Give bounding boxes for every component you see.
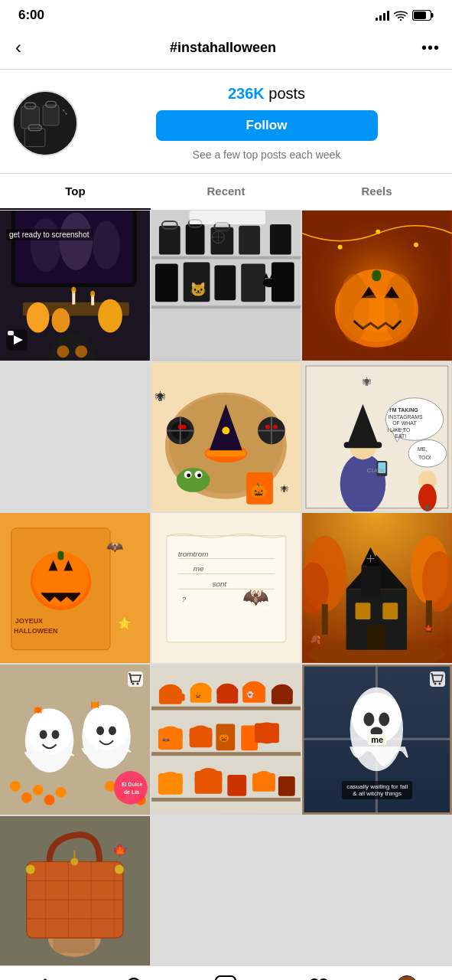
svg-point-245 xyxy=(434,683,437,685)
grid-item-8[interactable]: 🍂 🍁 xyxy=(302,513,452,663)
svg-point-241 xyxy=(364,713,375,727)
svg-text:tromtrom: tromtrom xyxy=(177,550,208,558)
nav-home[interactable] xyxy=(34,975,56,980)
svg-point-86 xyxy=(222,426,229,434)
shopping-cart-icon xyxy=(127,671,144,691)
svg-rect-229 xyxy=(194,771,222,794)
posts-count: 236K posts xyxy=(228,85,305,103)
grid-item-5[interactable]: I'M TAKING INSTAGRAMS OF WHAT I LIKE TO … xyxy=(302,362,452,512)
svg-point-98 xyxy=(176,468,210,492)
nav-activity[interactable] xyxy=(306,975,327,980)
svg-text:🐱: 🐱 xyxy=(189,281,206,298)
svg-rect-58 xyxy=(214,266,236,301)
svg-point-192 xyxy=(92,702,98,708)
grid-item-1[interactable]: 🦇 🦇 xyxy=(0,211,150,361)
svg-text:🍁: 🍁 xyxy=(424,623,434,633)
svg-text:🕷: 🕷 xyxy=(155,390,166,402)
svg-rect-163 xyxy=(356,603,371,620)
svg-point-35 xyxy=(75,345,87,358)
svg-text:El Dulce: El Dulce xyxy=(122,782,143,787)
svg-text:OF WHAT: OF WHAT xyxy=(393,420,418,426)
svg-point-26 xyxy=(27,302,50,333)
svg-text:INSTAGRAMS: INSTAGRAMS xyxy=(389,413,424,419)
svg-point-264 xyxy=(115,864,124,874)
header: ‹ #instahalloween ••• xyxy=(0,28,452,70)
profile-info: 236K posts Follow See a few top posts ea… xyxy=(93,85,440,161)
follow-button[interactable]: Follow xyxy=(156,110,378,141)
nav-profile[interactable] xyxy=(396,975,418,980)
grid-item-6[interactable]: JOYEUX HALLOWEEN 🦇 ⭐ xyxy=(0,513,150,663)
grid-item-9[interactable]: El Dulce de Lía xyxy=(0,665,150,815)
svg-text:🕷: 🕷 xyxy=(281,485,288,493)
svg-point-23 xyxy=(59,212,93,270)
svg-rect-225 xyxy=(255,723,279,743)
svg-point-263 xyxy=(26,864,35,874)
svg-rect-47 xyxy=(185,224,204,255)
create-icon xyxy=(215,975,236,980)
svg-rect-56 xyxy=(155,264,178,302)
svg-point-189 xyxy=(96,726,104,735)
svg-rect-43 xyxy=(151,256,301,260)
nav-create[interactable] xyxy=(215,975,236,980)
profile-section: 236K posts Follow See a few top posts ea… xyxy=(0,70,452,174)
svg-text:?: ? xyxy=(181,596,186,604)
svg-rect-233 xyxy=(278,776,295,796)
svg-point-71 xyxy=(414,243,418,247)
svg-text:⭐: ⭐ xyxy=(118,617,132,630)
grid-item-10[interactable]: 🎃 👻 🦇 🎃 xyxy=(151,665,301,815)
svg-point-186 xyxy=(35,707,41,714)
svg-point-173 xyxy=(21,792,32,803)
svg-text:HALLOWEEN: HALLOWEEN xyxy=(14,627,58,635)
svg-rect-215 xyxy=(272,689,293,704)
status-time: 6:00 xyxy=(18,8,44,23)
svg-point-22 xyxy=(31,218,61,272)
status-bar: 6:00 xyxy=(0,0,452,28)
svg-rect-202 xyxy=(151,798,301,802)
svg-rect-220 xyxy=(189,727,212,747)
grid-item-4[interactable]: 🎃 🕷 🕷 xyxy=(151,362,301,512)
tab-recent[interactable]: Recent xyxy=(151,174,301,210)
wifi-icon xyxy=(394,10,408,21)
grid-item-7[interactable]: tromtrom me sont ? 🦇 xyxy=(151,513,301,663)
ghost-caption: casually waiting for fall& all witchy th… xyxy=(342,781,412,799)
screenshot-overlay-text: get ready to screenshot xyxy=(6,229,93,240)
grid-item-12[interactable]: 🍁 xyxy=(0,816,150,966)
svg-text:🎃: 🎃 xyxy=(193,691,201,699)
svg-rect-41 xyxy=(8,331,14,335)
svg-point-193 xyxy=(114,771,148,805)
svg-point-176 xyxy=(56,787,67,798)
svg-rect-227 xyxy=(158,773,183,795)
nav-search[interactable] xyxy=(125,975,146,980)
grid-item-2[interactable]: 🐱 xyxy=(151,211,301,361)
svg-text:de Lía: de Lía xyxy=(124,789,139,795)
svg-text:🕷: 🕷 xyxy=(424,503,431,511)
svg-text:JOYEUX: JOYEUX xyxy=(15,617,43,625)
grid-item-3[interactable] xyxy=(302,211,452,361)
svg-point-78 xyxy=(354,294,400,332)
svg-text:I LIKE TO: I LIKE TO xyxy=(388,427,411,433)
svg-rect-164 xyxy=(383,603,398,620)
svg-point-197 xyxy=(132,683,134,685)
svg-text:sont: sont xyxy=(212,580,227,589)
svg-rect-268 xyxy=(216,976,236,980)
tab-top[interactable]: Top xyxy=(0,174,151,210)
svg-text:🦇: 🦇 xyxy=(162,736,170,743)
svg-text:EAT!: EAT! xyxy=(395,433,407,439)
svg-rect-59 xyxy=(241,264,265,302)
svg-rect-210 xyxy=(216,688,238,704)
svg-rect-85 xyxy=(206,450,246,456)
back-button[interactable]: ‹ xyxy=(12,34,24,61)
svg-rect-44 xyxy=(151,305,301,309)
more-options-button[interactable]: ••• xyxy=(421,39,440,57)
svg-point-70 xyxy=(376,230,381,234)
svg-rect-79 xyxy=(372,270,382,281)
svg-point-34 xyxy=(57,345,69,358)
video-play-icon xyxy=(6,329,28,354)
svg-rect-205 xyxy=(180,694,184,701)
grid-item-11[interactable]: me casually waiting for fall& all witchy… xyxy=(302,665,452,815)
svg-rect-7 xyxy=(43,105,59,126)
svg-rect-52 xyxy=(270,224,291,255)
tab-reels[interactable]: Reels xyxy=(301,174,452,210)
svg-point-175 xyxy=(44,795,55,805)
svg-point-27 xyxy=(52,309,70,333)
